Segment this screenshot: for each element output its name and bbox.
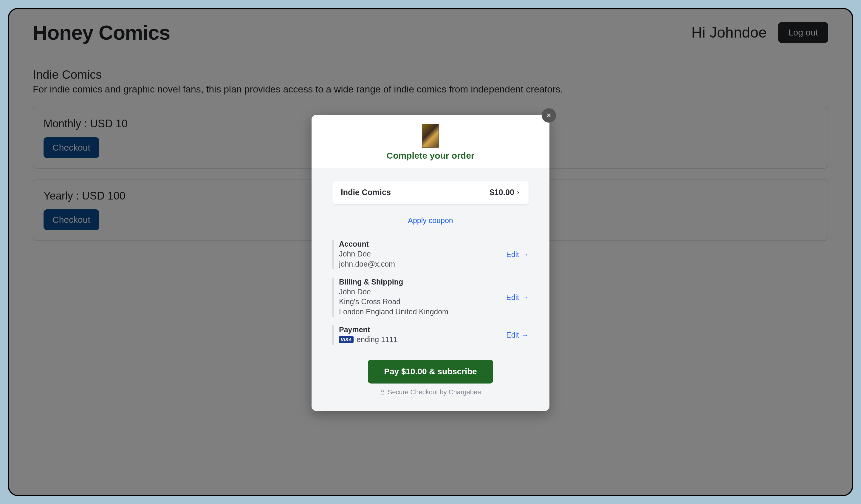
modal-header: Complete your order xyxy=(312,115,549,168)
billing-name: John Doe xyxy=(339,287,529,297)
payment-block: Payment VISA ending 1111 Edit → xyxy=(332,325,529,345)
checkout-modal: Complete your order Indie Comics $10.00 … xyxy=(312,115,549,411)
billing-city: London England United Kingdom xyxy=(339,307,529,317)
edit-payment-link[interactable]: Edit → xyxy=(506,331,529,339)
account-label: Account xyxy=(339,240,529,248)
apply-coupon-link[interactable]: Apply coupon xyxy=(408,216,453,224)
payment-card-text: ending 1111 xyxy=(357,335,398,345)
billing-label: Billing & Shipping xyxy=(339,278,529,286)
modal-title: Complete your order xyxy=(312,151,549,161)
brand-logo xyxy=(422,124,439,148)
product-price: $10.00 xyxy=(490,188,520,197)
lock-icon xyxy=(380,390,385,395)
billing-block: Billing & Shipping John Doe King's Cross… xyxy=(332,278,529,317)
product-summary-card[interactable]: Indie Comics $10.00 xyxy=(332,181,529,204)
edit-billing-link[interactable]: Edit → xyxy=(506,293,529,301)
payment-label: Payment xyxy=(339,325,529,334)
secure-checkout-text: Secure Checkout by Chargebee xyxy=(332,388,529,396)
product-name: Indie Comics xyxy=(341,188,391,197)
visa-badge: VISA xyxy=(339,336,354,343)
chevron-right-icon xyxy=(516,191,520,195)
billing-street: King's Cross Road xyxy=(339,297,529,307)
svg-rect-2 xyxy=(381,392,384,394)
edit-account-link[interactable]: Edit → xyxy=(506,250,529,259)
pay-subscribe-button[interactable]: Pay $10.00 & subscribe xyxy=(368,360,493,383)
account-name: John Doe xyxy=(339,249,529,259)
close-icon[interactable] xyxy=(542,108,556,123)
account-block: Account John Doe john.doe@x.com Edit → xyxy=(332,240,529,269)
account-email: john.doe@x.com xyxy=(339,259,529,269)
